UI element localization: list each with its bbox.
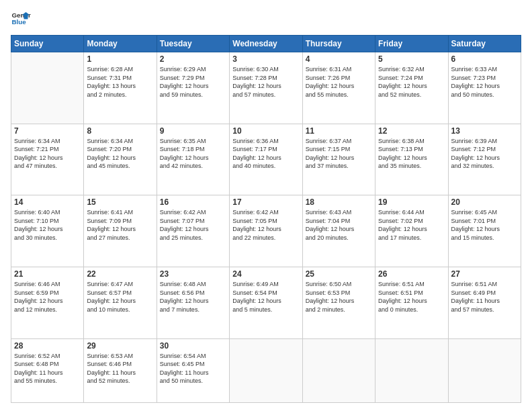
day-info: Sunrise: 6:38 AM Sunset: 7:13 PM Dayligh… (378, 137, 445, 171)
day-number: 24 (232, 269, 299, 279)
calendar-cell: 19Sunrise: 6:44 AM Sunset: 7:02 PM Dayli… (375, 195, 448, 267)
calendar-cell: 20Sunrise: 6:45 AM Sunset: 7:01 PM Dayli… (448, 195, 521, 267)
calendar-cell: 27Sunrise: 6:51 AM Sunset: 6:49 PM Dayli… (448, 267, 521, 338)
day-number: 8 (87, 126, 153, 136)
day-info: Sunrise: 6:43 AM Sunset: 7:04 PM Dayligh… (306, 208, 372, 242)
day-number: 27 (451, 269, 518, 279)
day-info: Sunrise: 6:40 AM Sunset: 7:10 PM Dayligh… (14, 208, 81, 242)
calendar-cell: 14Sunrise: 6:40 AM Sunset: 7:10 PM Dayli… (11, 195, 84, 267)
calendar-cell: 2Sunrise: 6:29 AM Sunset: 7:29 PM Daylig… (157, 52, 229, 124)
calendar-cell: 24Sunrise: 6:49 AM Sunset: 6:54 PM Dayli… (230, 267, 302, 338)
day-number: 23 (160, 269, 226, 279)
day-number: 29 (87, 341, 153, 351)
calendar-cell: 12Sunrise: 6:38 AM Sunset: 7:13 PM Dayli… (375, 124, 448, 195)
calendar-cell: 17Sunrise: 6:42 AM Sunset: 7:05 PM Dayli… (230, 195, 302, 267)
day-info: Sunrise: 6:42 AM Sunset: 7:07 PM Dayligh… (160, 208, 226, 242)
day-number: 25 (306, 269, 372, 279)
day-info: Sunrise: 6:30 AM Sunset: 7:28 PM Dayligh… (232, 65, 299, 99)
calendar-cell: 18Sunrise: 6:43 AM Sunset: 7:04 PM Dayli… (302, 195, 375, 267)
weekday-header-friday: Friday (375, 36, 448, 52)
calendar-table: SundayMondayTuesdayWednesdayThursdayFrid… (11, 35, 521, 403)
week-row-2: 7Sunrise: 6:34 AM Sunset: 7:21 PM Daylig… (11, 124, 521, 195)
day-number: 1 (87, 54, 153, 64)
calendar-cell: 21Sunrise: 6:46 AM Sunset: 6:59 PM Dayli… (11, 267, 84, 338)
day-number: 10 (232, 126, 299, 136)
day-number: 7 (14, 126, 81, 136)
day-number: 15 (87, 197, 153, 207)
calendar-cell: 30Sunrise: 6:54 AM Sunset: 6:45 PM Dayli… (157, 338, 229, 402)
calendar-cell: 8Sunrise: 6:34 AM Sunset: 7:20 PM Daylig… (84, 124, 157, 195)
day-number: 12 (378, 126, 445, 136)
day-number: 14 (14, 197, 81, 207)
day-number: 9 (160, 126, 226, 136)
day-info: Sunrise: 6:45 AM Sunset: 7:01 PM Dayligh… (451, 208, 518, 242)
day-number: 18 (306, 197, 372, 207)
calendar-cell: 3Sunrise: 6:30 AM Sunset: 7:28 PM Daylig… (230, 52, 302, 124)
calendar-cell: 6Sunrise: 6:33 AM Sunset: 7:23 PM Daylig… (448, 52, 521, 124)
day-info: Sunrise: 6:42 AM Sunset: 7:05 PM Dayligh… (232, 208, 299, 242)
day-info: Sunrise: 6:51 AM Sunset: 6:51 PM Dayligh… (378, 280, 445, 314)
day-info: Sunrise: 6:41 AM Sunset: 7:09 PM Dayligh… (87, 208, 153, 242)
day-info: Sunrise: 6:29 AM Sunset: 7:29 PM Dayligh… (160, 65, 226, 99)
weekday-header-sunday: Sunday (11, 36, 84, 52)
day-info: Sunrise: 6:28 AM Sunset: 7:31 PM Dayligh… (87, 65, 153, 99)
calendar-cell (230, 338, 302, 402)
day-number: 2 (160, 54, 226, 64)
day-info: Sunrise: 6:52 AM Sunset: 6:48 PM Dayligh… (14, 352, 81, 385)
day-info: Sunrise: 6:36 AM Sunset: 7:17 PM Dayligh… (232, 137, 299, 171)
day-info: Sunrise: 6:32 AM Sunset: 7:24 PM Dayligh… (378, 65, 445, 99)
page: General Blue SundayMondayTuesdayWednesda… (0, 0, 532, 411)
weekday-header-wednesday: Wednesday (230, 36, 302, 52)
week-row-4: 21Sunrise: 6:46 AM Sunset: 6:59 PM Dayli… (11, 267, 521, 338)
calendar-cell: 23Sunrise: 6:48 AM Sunset: 6:56 PM Dayli… (157, 267, 229, 338)
calendar-cell (375, 338, 448, 402)
day-number: 11 (306, 126, 372, 136)
day-number: 5 (378, 54, 445, 64)
day-info: Sunrise: 6:33 AM Sunset: 7:23 PM Dayligh… (451, 65, 518, 99)
day-number: 4 (306, 54, 372, 64)
day-number: 20 (451, 197, 518, 207)
day-number: 26 (378, 269, 445, 279)
day-number: 21 (14, 269, 81, 279)
calendar-cell: 29Sunrise: 6:53 AM Sunset: 6:46 PM Dayli… (84, 338, 157, 402)
calendar-cell: 1Sunrise: 6:28 AM Sunset: 7:31 PM Daylig… (84, 52, 157, 124)
day-info: Sunrise: 6:53 AM Sunset: 6:46 PM Dayligh… (87, 352, 153, 385)
day-number: 3 (232, 54, 299, 64)
calendar-cell: 9Sunrise: 6:35 AM Sunset: 7:18 PM Daylig… (157, 124, 229, 195)
day-info: Sunrise: 6:34 AM Sunset: 7:21 PM Dayligh… (14, 137, 81, 171)
day-info: Sunrise: 6:35 AM Sunset: 7:18 PM Dayligh… (160, 137, 226, 171)
week-row-1: 1Sunrise: 6:28 AM Sunset: 7:31 PM Daylig… (11, 52, 521, 124)
day-number: 17 (232, 197, 299, 207)
calendar-cell: 7Sunrise: 6:34 AM Sunset: 7:21 PM Daylig… (11, 124, 84, 195)
day-info: Sunrise: 6:37 AM Sunset: 7:15 PM Dayligh… (306, 137, 372, 171)
svg-text:Blue: Blue (12, 18, 27, 26)
logo-icon: General Blue (11, 8, 31, 28)
weekday-header-monday: Monday (84, 36, 157, 52)
week-row-3: 14Sunrise: 6:40 AM Sunset: 7:10 PM Dayli… (11, 195, 521, 267)
logo: General Blue (11, 8, 31, 28)
day-info: Sunrise: 6:48 AM Sunset: 6:56 PM Dayligh… (160, 280, 226, 314)
calendar-cell: 26Sunrise: 6:51 AM Sunset: 6:51 PM Dayli… (375, 267, 448, 338)
weekday-header-saturday: Saturday (448, 36, 521, 52)
day-info: Sunrise: 6:51 AM Sunset: 6:49 PM Dayligh… (451, 280, 518, 314)
day-info: Sunrise: 6:49 AM Sunset: 6:54 PM Dayligh… (232, 280, 299, 314)
calendar-cell: 25Sunrise: 6:50 AM Sunset: 6:53 PM Dayli… (302, 267, 375, 338)
calendar-cell (448, 338, 521, 402)
day-info: Sunrise: 6:50 AM Sunset: 6:53 PM Dayligh… (306, 280, 372, 314)
calendar-cell: 11Sunrise: 6:37 AM Sunset: 7:15 PM Dayli… (302, 124, 375, 195)
header: General Blue (11, 8, 521, 28)
calendar-cell (302, 338, 375, 402)
weekday-header-row: SundayMondayTuesdayWednesdayThursdayFrid… (11, 36, 521, 52)
day-number: 16 (160, 197, 226, 207)
calendar-cell: 16Sunrise: 6:42 AM Sunset: 7:07 PM Dayli… (157, 195, 229, 267)
day-info: Sunrise: 6:54 AM Sunset: 6:45 PM Dayligh… (160, 352, 226, 385)
calendar-cell (11, 52, 84, 124)
weekday-header-tuesday: Tuesday (157, 36, 229, 52)
day-number: 28 (14, 341, 81, 351)
day-number: 6 (451, 54, 518, 64)
calendar-cell: 15Sunrise: 6:41 AM Sunset: 7:09 PM Dayli… (84, 195, 157, 267)
day-number: 19 (378, 197, 445, 207)
calendar-cell: 4Sunrise: 6:31 AM Sunset: 7:26 PM Daylig… (302, 52, 375, 124)
day-info: Sunrise: 6:47 AM Sunset: 6:57 PM Dayligh… (87, 280, 153, 314)
calendar-cell: 13Sunrise: 6:39 AM Sunset: 7:12 PM Dayli… (448, 124, 521, 195)
